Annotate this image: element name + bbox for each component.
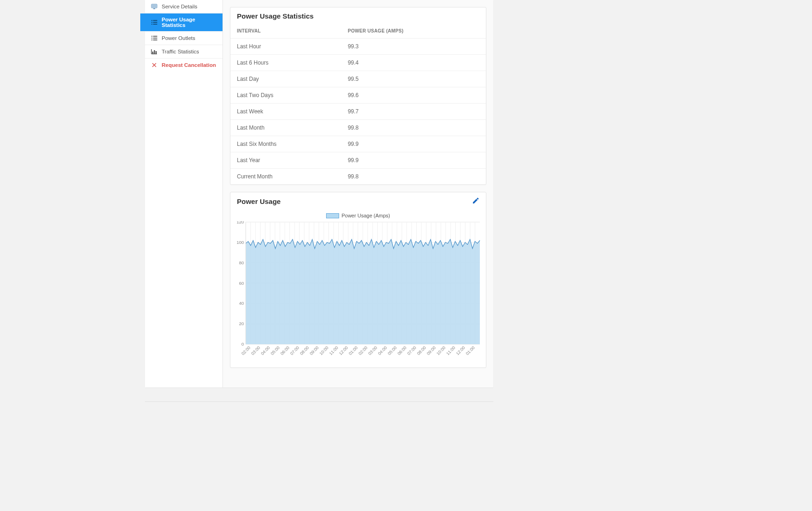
- svg-text:01:00: 01:00: [465, 345, 476, 356]
- sidebar-item-label: Request Cancellation: [162, 62, 216, 68]
- legend-item[interactable]: Power Usage (Amps): [326, 213, 390, 218]
- chart-title: Power Usage: [237, 197, 281, 205]
- svg-rect-17: [152, 52, 153, 54]
- svg-text:10:00: 10:00: [436, 345, 446, 356]
- cell-interval: Last Two Days: [230, 87, 341, 104]
- svg-point-13: [151, 39, 152, 40]
- chart-card: Power Usage Power Usage (Amps) 020406080…: [230, 192, 486, 368]
- svg-text:20: 20: [239, 321, 244, 326]
- power-usage-chart[interactable]: 02040608010012002:0003:0004:0005:0006:00…: [233, 221, 484, 360]
- svg-point-5: [151, 22, 152, 23]
- svg-text:06:00: 06:00: [397, 345, 407, 356]
- sidebar-item-label: Traffic Statistics: [162, 49, 199, 54]
- cell-usage: 99.4: [341, 55, 486, 71]
- svg-text:08:00: 08:00: [416, 345, 427, 356]
- stats-title: Power Usage Statistics: [230, 7, 486, 24]
- svg-rect-1: [152, 5, 157, 7]
- table-row: Last Day99.5: [230, 71, 486, 87]
- cell-usage: 99.8: [341, 169, 486, 185]
- svg-text:11:00: 11:00: [328, 345, 339, 356]
- svg-text:11:00: 11:00: [445, 345, 456, 356]
- svg-text:03:00: 03:00: [250, 345, 261, 356]
- sidebar: Service Details Power Usage Statistics P…: [145, 0, 223, 387]
- app-panel: Service Details Power Usage Statistics P…: [145, 0, 493, 387]
- cell-interval: Last 6 Hours: [230, 55, 341, 71]
- svg-text:02:00: 02:00: [241, 345, 251, 356]
- svg-text:08:00: 08:00: [299, 345, 310, 356]
- svg-text:12:00: 12:00: [455, 345, 466, 356]
- svg-text:09:00: 09:00: [426, 345, 437, 356]
- svg-text:03:00: 03:00: [367, 345, 378, 356]
- sidebar-item-request-cancellation[interactable]: Request Cancellation: [145, 59, 223, 72]
- cell-usage: 99.7: [341, 104, 486, 120]
- svg-rect-18: [154, 50, 155, 54]
- sidebar-item-power-usage-statistics[interactable]: Power Usage Statistics: [140, 13, 223, 32]
- svg-text:02:00: 02:00: [358, 345, 368, 356]
- table-row: Last Hour99.3: [230, 39, 486, 55]
- svg-rect-19: [156, 51, 157, 54]
- footer-divider: [145, 401, 493, 402]
- chart-icon: [151, 48, 158, 55]
- list-icon: [151, 35, 158, 41]
- svg-text:100: 100: [236, 239, 244, 244]
- cell-usage: 99.6: [341, 87, 486, 104]
- stats-table: INTERVAL POWER USAGE (AMPS) Last Hour99.…: [230, 24, 486, 184]
- svg-text:05:00: 05:00: [387, 345, 398, 356]
- svg-text:80: 80: [239, 260, 244, 265]
- chart-area: Power Usage (Amps) 02040608010012002:000…: [230, 210, 486, 367]
- svg-text:04:00: 04:00: [260, 345, 271, 356]
- svg-rect-2: [153, 8, 155, 9]
- stats-card: Power Usage Statistics INTERVAL POWER US…: [230, 7, 486, 185]
- close-icon: [151, 62, 158, 68]
- table-row: Last Week99.7: [230, 104, 486, 120]
- cell-interval: Last Week: [230, 104, 341, 120]
- list-icon: [151, 19, 158, 26]
- cell-interval: Last Year: [230, 152, 341, 169]
- chart-legend: Power Usage (Amps): [233, 212, 484, 221]
- cell-usage: 99.9: [341, 136, 486, 152]
- svg-text:09:00: 09:00: [309, 345, 320, 356]
- svg-text:05:00: 05:00: [270, 345, 281, 356]
- svg-point-7: [151, 24, 152, 25]
- svg-point-11: [151, 38, 152, 39]
- pencil-icon[interactable]: [472, 197, 479, 206]
- sidebar-item-label: Power Usage Statistics: [162, 17, 217, 28]
- cell-usage: 99.8: [341, 120, 486, 136]
- svg-text:10:00: 10:00: [319, 345, 329, 356]
- svg-text:40: 40: [239, 301, 244, 306]
- table-row: Last Month99.8: [230, 120, 486, 136]
- col-usage: POWER USAGE (AMPS): [341, 24, 486, 39]
- svg-text:07:00: 07:00: [406, 345, 417, 356]
- sidebar-item-label: Service Details: [162, 4, 197, 9]
- table-row: Last Six Months99.9: [230, 136, 486, 152]
- cell-interval: Current Month: [230, 169, 341, 185]
- sidebar-item-label: Power Outlets: [162, 35, 195, 41]
- legend-swatch: [326, 213, 339, 218]
- legend-label: Power Usage (Amps): [341, 213, 390, 218]
- table-row: Last Two Days99.6: [230, 87, 486, 104]
- svg-text:60: 60: [239, 280, 244, 285]
- table-row: Current Month99.8: [230, 169, 486, 185]
- sidebar-item-service-details[interactable]: Service Details: [145, 0, 223, 13]
- cell-interval: Last Month: [230, 120, 341, 136]
- svg-text:07:00: 07:00: [289, 345, 300, 356]
- cell-usage: 99.3: [341, 39, 486, 55]
- svg-point-9: [151, 36, 152, 37]
- cell-usage: 99.5: [341, 71, 486, 87]
- col-interval: INTERVAL: [230, 24, 341, 39]
- svg-text:0: 0: [242, 341, 244, 347]
- cell-interval: Last Hour: [230, 39, 341, 55]
- sidebar-item-traffic-statistics[interactable]: Traffic Statistics: [145, 45, 223, 59]
- svg-point-3: [151, 20, 152, 21]
- cell-usage: 99.9: [341, 152, 486, 169]
- svg-text:120: 120: [236, 221, 244, 224]
- svg-text:12:00: 12:00: [338, 345, 349, 356]
- table-row: Last 6 Hours99.4: [230, 55, 486, 71]
- cell-interval: Last Six Months: [230, 136, 341, 152]
- table-row: Last Year99.9: [230, 152, 486, 169]
- monitor-icon: [151, 3, 158, 10]
- main-content: Power Usage Statistics INTERVAL POWER US…: [223, 0, 493, 387]
- svg-text:06:00: 06:00: [280, 345, 290, 356]
- sidebar-item-power-outlets[interactable]: Power Outlets: [145, 32, 223, 45]
- svg-text:01:00: 01:00: [348, 345, 359, 356]
